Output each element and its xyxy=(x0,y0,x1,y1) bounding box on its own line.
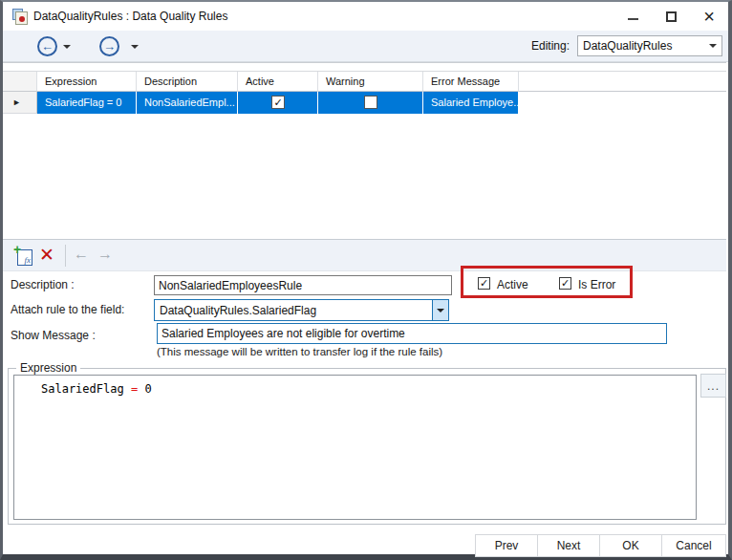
left-arrow-icon: ← xyxy=(74,246,89,262)
column-header-active[interactable]: Active xyxy=(238,72,318,92)
expression-group-label: Expression xyxy=(16,361,80,375)
minimize-icon xyxy=(628,18,638,20)
row-cell-expression[interactable]: SalariedFlag = 0 xyxy=(37,92,137,114)
is-error-checkbox-label[interactable]: Is Error xyxy=(578,278,615,291)
row-cell-description[interactable]: NonSalariedEmpl... xyxy=(137,92,238,114)
prev-button[interactable]: Prev xyxy=(475,534,538,557)
right-arrow-icon: → xyxy=(97,246,113,262)
chevron-down-icon xyxy=(709,44,717,48)
row-selector-cell[interactable]: ► xyxy=(3,92,37,114)
description-label: Description : xyxy=(11,278,75,291)
column-header-filler xyxy=(519,72,726,92)
expression-groupbox: Expression SalariedFlag = 0 ... xyxy=(8,368,726,525)
expression-ellipsis-button[interactable]: ... xyxy=(700,374,726,398)
maximize-icon xyxy=(666,11,677,22)
column-header-warning[interactable]: Warning xyxy=(318,72,423,92)
editing-label: Editing: xyxy=(531,39,570,53)
attach-field-value: DataQualityRules.SalariedFlag xyxy=(160,304,316,317)
column-header-error-message[interactable]: Error Message xyxy=(423,72,519,92)
show-message-input[interactable] xyxy=(157,323,667,344)
back-button[interactable]: ← xyxy=(37,36,57,56)
back-arrow-icon: ← xyxy=(41,40,54,53)
next-button[interactable]: Next xyxy=(537,534,600,557)
active-checkbox-label[interactable]: Active xyxy=(497,278,528,291)
delete-rule-button[interactable]: ✕ xyxy=(39,244,54,266)
forward-arrow-icon: → xyxy=(103,40,116,53)
title-bar: DataQualityRules : Data Quality Rules × xyxy=(3,2,728,31)
forward-button[interactable]: → xyxy=(99,36,119,56)
is-error-checkbox[interactable]: ✓ xyxy=(559,277,571,290)
toolbar-separator xyxy=(65,245,66,267)
navigation-toolbar: ← → Editing: DataQualityRules xyxy=(3,31,728,62)
row-cell-error-message[interactable]: Salaried Employe... xyxy=(423,92,519,114)
plus-icon: + xyxy=(13,242,21,257)
row-selector-arrow-icon: ► xyxy=(12,97,21,107)
editing-combobox[interactable]: DataQualityRules xyxy=(577,35,722,56)
attach-field-label: Attach rule to the field: xyxy=(11,303,124,316)
description-input[interactable] xyxy=(154,275,452,295)
expression-rhs: 0 xyxy=(138,382,151,396)
back-dropdown-caret-icon[interactable] xyxy=(63,45,71,49)
expression-lhs: SalariedFlag xyxy=(41,382,131,396)
attach-field-combobox[interactable]: DataQualityRules.SalariedFlag xyxy=(154,299,449,321)
grid-warning-checkbox[interactable] xyxy=(364,96,377,109)
window-title: DataQualityRules : Data Quality Rules xyxy=(33,2,227,31)
attach-field-dropdown-button[interactable] xyxy=(432,300,448,320)
chevron-down-icon xyxy=(437,309,444,312)
close-icon: × xyxy=(703,7,715,26)
grid-active-checkbox[interactable]: ✓ xyxy=(271,96,285,109)
active-checkbox[interactable]: ✓ xyxy=(478,277,490,290)
delete-x-icon: ✕ xyxy=(39,245,54,265)
grid-corner-cell xyxy=(3,72,37,92)
maximize-button[interactable] xyxy=(652,2,690,31)
show-message-label: Show Message : xyxy=(11,329,96,342)
forward-dropdown-caret-icon[interactable] xyxy=(131,45,139,49)
expression-editor[interactable]: SalariedFlag = 0 xyxy=(13,375,697,520)
next-rule-button[interactable]: → xyxy=(97,246,113,263)
app-icon xyxy=(12,9,29,25)
column-header-expression[interactable]: Expression xyxy=(37,72,137,92)
ok-button[interactable]: OK xyxy=(599,534,662,557)
show-message-hint: (This message will be written to transfe… xyxy=(157,346,442,357)
cancel-button[interactable]: Cancel xyxy=(661,534,726,557)
minimize-button[interactable] xyxy=(614,2,652,31)
rules-grid: Expression Description Active Warning Er… xyxy=(3,62,726,239)
editing-combobox-value: DataQualityRules xyxy=(583,39,672,53)
column-header-description[interactable]: Description xyxy=(137,72,238,92)
add-rule-button[interactable]: fx + xyxy=(14,246,35,267)
previous-rule-button[interactable]: ← xyxy=(74,246,89,263)
close-button[interactable]: × xyxy=(690,2,728,31)
dialog-window: DataQualityRules : Data Quality Rules × … xyxy=(0,0,732,560)
